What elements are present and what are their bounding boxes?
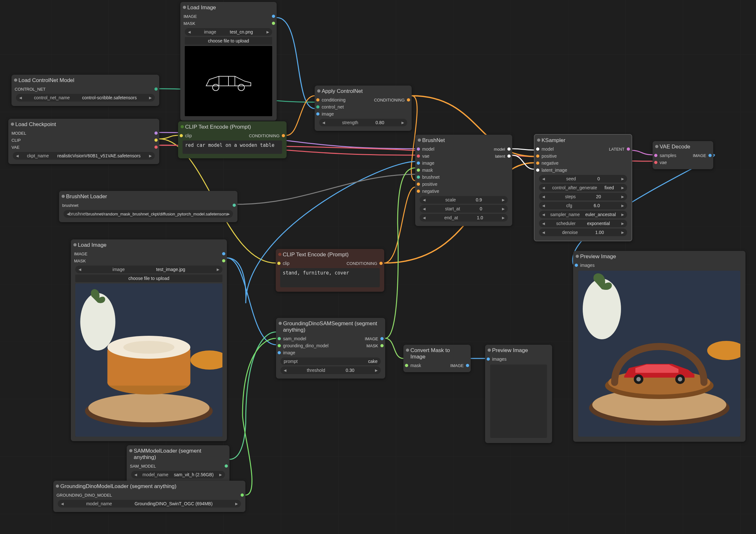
output-model: model [494, 147, 509, 152]
node-title: KSampler [534, 135, 632, 144]
node-title: CLIP Text Encode (Prompt) [178, 121, 286, 131]
node-title: SAMModelLoader (segment anything) [127, 445, 230, 461]
widget-ckpt-name[interactable]: ◀ckpt_name realisticVisionV60B1_v51VAE.s… [13, 152, 155, 159]
node-ksampler[interactable]: KSampler model LATENT positive negative … [534, 134, 632, 241]
node-clip-positive[interactable]: CLIP Text Encode (Prompt) clip CONDITION… [178, 121, 286, 158]
output-mask: MASK [74, 259, 90, 263]
node-title: Preview Image [485, 345, 552, 354]
widget-sampler-name[interactable]: ◀sampler_nameeuler_ancestral▶ [539, 211, 627, 218]
input-mask: mask [407, 363, 421, 368]
output-latent: latent [495, 154, 509, 159]
node-title: CLIP Text Encode (Prompt) [276, 249, 384, 259]
output-image: IMAGE [450, 363, 468, 368]
input-sam-model: sam_model [279, 336, 306, 341]
input-mask: mask [418, 168, 433, 173]
input-images: images [488, 356, 506, 362]
node-load-image-1[interactable]: Load Image IMAGE MASK ◀ image test_cn.pn… [180, 2, 277, 121]
node-gdino-sam-segment[interactable]: GroundingDinoSAMSegment (segment anythin… [276, 318, 385, 379]
widget-start-at[interactable]: ◀start_at0▶ [419, 205, 508, 212]
node-apply-controlnet[interactable]: Apply ControlNet conditioning CONDITIONI… [315, 86, 412, 131]
output-conditioning: CONDITIONING [374, 98, 409, 102]
image-preview [578, 271, 741, 436]
node-gdino-loader[interactable]: GroundingDinoModelLoader (segment anythi… [53, 481, 245, 512]
input-samples: samples [656, 153, 676, 158]
output-clip: CLIP [12, 138, 25, 143]
node-sam-loader[interactable]: SAMModelLoader (segment anything) SAM_MO… [127, 445, 230, 483]
node-title: BrushNet [415, 135, 512, 144]
widget-controlnet-name[interactable]: ◀control_net_name control-scribble.safet… [16, 94, 155, 101]
input-brushnet: brushnet [418, 175, 440, 180]
node-title: Load ControlNet Model [12, 75, 159, 84]
widget-scale[interactable]: ◀scale0.9▶ [419, 196, 508, 204]
output-mask: MASK [183, 21, 199, 26]
widget-end-at[interactable]: ◀end_at1.0▶ [419, 214, 508, 221]
upload-button[interactable]: choose file to upload [75, 274, 223, 282]
input-image: image [279, 350, 295, 355]
output-latent: LATENT [609, 147, 628, 152]
node-load-controlnet[interactable]: Load ControlNet Model CONTROL_NET ◀contr… [12, 75, 159, 106]
widget-model-name[interactable]: ◀model_name GroundingDINO_SwinT_OGC (694… [58, 500, 241, 508]
node-title: GroundingDinoModelLoader (segment anythi… [53, 481, 245, 490]
widget-strength[interactable]: ◀strength 0.80▶ [319, 119, 407, 126]
node-title: Load Image [71, 239, 227, 249]
widget-image-file[interactable]: ◀image test_image.jpg▶ [75, 266, 223, 273]
node-title: VAE Decode [653, 141, 713, 151]
input-gdino-model: grounding_dino_model [279, 343, 328, 348]
input-image: image [318, 111, 334, 117]
widget-threshold[interactable]: ◀threshold 0.30▶ [281, 366, 381, 374]
svg-point-1 [238, 84, 244, 91]
input-image: image [418, 160, 434, 166]
input-model: model [418, 147, 434, 152]
image-preview [185, 46, 272, 116]
node-brushnet[interactable]: BrushNet model model vae latent image ma… [415, 135, 512, 226]
output-gdino-model: GROUNDING_DINO_MODEL [57, 493, 116, 498]
node-mask-to-image[interactable]: Convert Mask to Image mask IMAGE [403, 345, 471, 372]
widget-model-name[interactable]: ◀model_name sam_vit_h (2.56GB)▶ [131, 471, 225, 478]
node-title: BrushNet Loader [59, 191, 237, 200]
output-conditioning: CONDITIONING [347, 261, 381, 266]
input-conditioning: conditioning [318, 98, 346, 102]
node-title: Load Checkpoint [8, 119, 159, 128]
node-title: Convert Mask to Image [403, 345, 471, 361]
node-load-checkpoint[interactable]: Load Checkpoint MODEL CLIP VAE ◀ckpt_nam… [8, 119, 159, 164]
widget-seed[interactable]: ◀seed0▶ [539, 175, 627, 183]
node-preview-output[interactable]: Preview Image images [573, 251, 745, 442]
widget-control-after-generate[interactable]: ◀control_after_generatefixed▶ [539, 184, 627, 191]
output-image: IMAGE [74, 252, 91, 256]
output-brushnet: brushnet [62, 203, 82, 208]
input-negative: negative [538, 160, 558, 166]
widget-steps[interactable]: ◀steps20▶ [539, 193, 627, 200]
prompt-text[interactable]: red car model on a wooden table [182, 140, 282, 154]
widget-prompt[interactable]: prompt cake [281, 357, 381, 365]
prompt-text[interactable]: stand, furniture, cover [280, 268, 380, 287]
node-title: Apply ControlNet [315, 86, 412, 95]
node-preview-mask[interactable]: Preview Image images [485, 345, 552, 443]
node-title: GroundingDinoSAMSegment (segment anythin… [276, 318, 385, 334]
input-latent-image: latent_image [538, 168, 567, 173]
svg-point-0 [212, 84, 219, 91]
node-title: Preview Image [573, 251, 745, 261]
svg-point-4 [88, 394, 210, 422]
node-clip-negative[interactable]: CLIP Text Encode (Prompt) clip CONDITION… [276, 249, 384, 292]
output-sam-model: SAM_MODEL [130, 464, 160, 468]
node-load-image-2[interactable]: Load Image IMAGE MASK ◀image test_image.… [71, 239, 227, 441]
image-preview [75, 283, 223, 436]
output-vae: VAE [12, 145, 23, 150]
widget-denoise[interactable]: ◀denoise1.00▶ [539, 229, 627, 236]
output-image: IMAGE [693, 153, 710, 158]
widget-image-file[interactable]: ◀ image test_cn.png ▶ [185, 28, 272, 36]
svg-point-17 [636, 377, 641, 381]
input-images: images [576, 263, 595, 268]
output-image: IMAGE [365, 336, 382, 341]
input-negative: negative [418, 189, 439, 194]
output-image: IMAGE [183, 14, 201, 19]
input-vae: vae [418, 154, 430, 159]
node-brushnet-loader[interactable]: BrushNet Loader brushnet ◀brushnet brush… [59, 191, 237, 222]
svg-point-8 [123, 341, 175, 354]
widget-brushnet-path[interactable]: ◀brushnet brushnet/random_mask_brushnet_… [64, 210, 233, 218]
node-vae-decode[interactable]: VAE Decode samples IMAGE vae [653, 141, 713, 169]
output-controlnet: CONTROL_NET [15, 87, 49, 92]
widget-scheduler[interactable]: ◀schedulerexponential▶ [539, 220, 627, 227]
widget-cfg[interactable]: ◀cfg6.0▶ [539, 202, 627, 210]
upload-button[interactable]: choose file to upload [185, 37, 272, 45]
